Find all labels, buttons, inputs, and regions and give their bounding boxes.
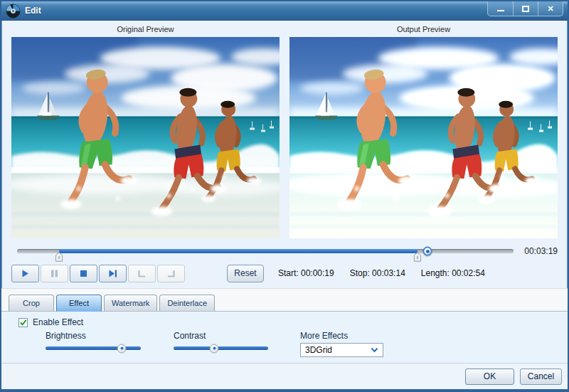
preview-row: Original Preview Output Preview (11, 25, 558, 238)
mark-out-button (157, 265, 185, 282)
minimize-button[interactable] (488, 1, 513, 16)
brightness-knob[interactable] (117, 344, 127, 353)
titlebar[interactable]: Edit ✕ (1, 1, 568, 21)
tab-watermark[interactable]: Watermark (104, 295, 157, 312)
output-preview-label: Output Preview (289, 25, 558, 36)
checkmark-icon (19, 319, 27, 327)
length-time-label: Length: 00:02:54 (421, 268, 485, 278)
output-preview-image (289, 37, 558, 238)
close-icon: ✕ (547, 5, 553, 13)
reset-button[interactable]: Reset (227, 265, 264, 282)
dialog-content: Original Preview Output Preview 00:03:19 (1, 21, 568, 363)
contrast-slider[interactable] (174, 346, 268, 350)
trim-info: Start: 00:00:19 Stop: 00:03:14 Length: 0… (278, 268, 485, 278)
transport-row: Reset Start: 00:00:19 Stop: 00:03:14 Len… (11, 264, 558, 282)
play-button[interactable] (11, 265, 39, 282)
brightness-label: Brightness (46, 331, 86, 341)
trim-selection (59, 249, 418, 253)
start-time-label: Start: 00:00:19 (278, 268, 334, 278)
contrast-label: Contrast (174, 331, 206, 341)
trim-end-handle[interactable] (413, 252, 421, 262)
ok-button[interactable]: OK (465, 369, 514, 385)
output-preview-block: Output Preview (289, 25, 558, 238)
tab-crop[interactable]: Crop (9, 295, 54, 312)
tab-effect[interactable]: Effect (56, 295, 102, 312)
maximize-icon (522, 6, 529, 12)
mark-in-icon (137, 269, 147, 278)
original-preview-image (11, 37, 280, 238)
seek-bar[interactable] (17, 249, 514, 253)
footer-bar: OK Cancel (1, 363, 568, 389)
edit-dialog: Edit ✕ Original Preview Output Preview (0, 0, 569, 392)
original-preview-block: Original Preview (11, 25, 280, 238)
step-forward-icon (108, 269, 117, 278)
trim-start-handle[interactable] (55, 252, 63, 262)
stop-icon (79, 269, 88, 278)
more-effects-dropdown[interactable]: 3DGrid (300, 343, 383, 357)
enable-effect-checkbox[interactable] (18, 318, 28, 327)
window-controls: ✕ (487, 1, 563, 16)
playhead-handle[interactable] (423, 247, 432, 256)
pause-icon (50, 269, 59, 278)
more-effects-label: More Effects (300, 331, 348, 341)
mark-in-button (128, 265, 156, 282)
more-effects-value: 3DGrid (305, 345, 332, 355)
step-forward-button[interactable] (99, 265, 127, 282)
chevron-down-icon (371, 347, 378, 353)
brightness-slider[interactable] (46, 346, 141, 350)
effect-panel: Enable Effect Brightness Contrast More E… (1, 312, 568, 363)
seek-row: 00:03:19 (11, 243, 558, 260)
original-preview-label: Original Preview (11, 25, 280, 36)
stop-time-label: Stop: 00:03:14 (350, 268, 405, 278)
pause-button (41, 265, 68, 282)
current-time-label: 00:03:19 (514, 246, 558, 256)
maximize-button[interactable] (513, 1, 538, 16)
contrast-knob[interactable] (210, 344, 219, 353)
enable-effect-label: Enable Effect (33, 317, 83, 327)
cancel-button[interactable]: Cancel (520, 369, 562, 385)
play-icon (21, 269, 30, 278)
mark-out-icon (166, 269, 176, 278)
stop-button[interactable] (70, 265, 97, 282)
tab-strip: Crop Effect Watermark Deinterlace (1, 288, 568, 312)
window-title: Edit (25, 6, 41, 16)
close-button[interactable]: ✕ (538, 1, 563, 16)
minimize-icon (497, 10, 504, 11)
tab-deinterlace[interactable]: Deinterlace (159, 295, 215, 312)
film-reel-icon (6, 4, 21, 18)
